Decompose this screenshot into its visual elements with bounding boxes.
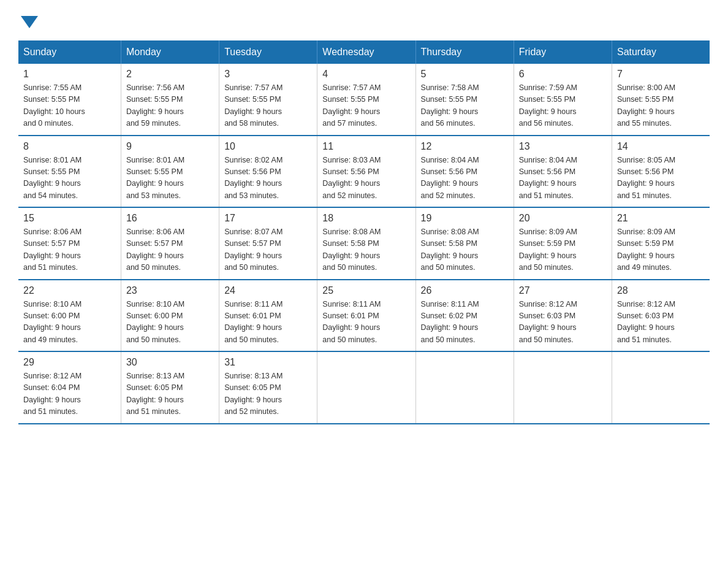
calendar-cell: 15 Sunrise: 8:06 AMSunset: 5:57 PMDaylig… [18, 207, 121, 280]
day-info: Sunrise: 8:01 AMSunset: 5:55 PMDaylight:… [126, 155, 214, 202]
day-number: 4 [322, 69, 410, 80]
day-info: Sunrise: 8:04 AMSunset: 5:56 PMDaylight:… [421, 155, 509, 202]
day-number: 18 [322, 213, 410, 224]
day-number: 31 [224, 357, 312, 368]
day-info: Sunrise: 8:06 AMSunset: 5:57 PMDaylight:… [23, 226, 116, 274]
day-number: 28 [617, 285, 705, 296]
day-info: Sunrise: 8:12 AMSunset: 6:03 PMDaylight:… [519, 299, 607, 347]
day-number: 30 [126, 357, 214, 368]
day-info: Sunrise: 8:07 AMSunset: 5:57 PMDaylight:… [224, 226, 312, 274]
header-day-thursday: Thursday [415, 40, 514, 64]
header-row: SundayMondayTuesdayWednesdayThursdayFrid… [18, 40, 710, 64]
calendar-cell [612, 351, 710, 424]
day-info: Sunrise: 7:58 AMSunset: 5:55 PMDaylight:… [421, 82, 509, 130]
logo-arrow-icon [21, 16, 38, 28]
day-number: 26 [421, 285, 509, 296]
calendar-cell: 23 Sunrise: 8:10 AMSunset: 6:00 PMDaylig… [121, 280, 219, 352]
day-info: Sunrise: 8:04 AMSunset: 5:56 PMDaylight:… [519, 155, 607, 202]
calendar-cell: 26 Sunrise: 8:11 AMSunset: 6:02 PMDaylig… [415, 280, 514, 352]
day-info: Sunrise: 8:10 AMSunset: 6:00 PMDaylight:… [23, 299, 116, 347]
calendar-cell: 4 Sunrise: 7:57 AMSunset: 5:55 PMDayligh… [317, 64, 415, 136]
header-day-tuesday: Tuesday [219, 40, 317, 64]
calendar-cell: 22 Sunrise: 8:10 AMSunset: 6:00 PMDaylig… [18, 280, 121, 352]
day-info: Sunrise: 8:11 AMSunset: 6:01 PMDaylight:… [224, 299, 312, 347]
day-info: Sunrise: 8:08 AMSunset: 5:58 PMDaylight:… [421, 226, 509, 274]
calendar-cell: 16 Sunrise: 8:06 AMSunset: 5:57 PMDaylig… [121, 207, 219, 280]
header-day-monday: Monday [121, 40, 219, 64]
day-number: 27 [519, 285, 607, 296]
day-number: 7 [617, 69, 705, 80]
calendar-cell: 27 Sunrise: 8:12 AMSunset: 6:03 PMDaylig… [514, 280, 612, 352]
day-number: 8 [23, 141, 116, 152]
day-info: Sunrise: 8:12 AMSunset: 6:03 PMDaylight:… [617, 299, 705, 347]
calendar-cell: 20 Sunrise: 8:09 AMSunset: 5:59 PMDaylig… [514, 207, 612, 280]
day-number: 22 [23, 285, 116, 296]
day-number: 6 [519, 69, 607, 80]
day-number: 17 [224, 213, 312, 224]
calendar-cell [514, 351, 612, 424]
day-number: 1 [23, 69, 116, 80]
calendar-cell: 25 Sunrise: 8:11 AMSunset: 6:01 PMDaylig… [317, 280, 415, 352]
day-info: Sunrise: 7:57 AMSunset: 5:55 PMDaylight:… [322, 82, 410, 130]
week-row-5: 29 Sunrise: 8:12 AMSunset: 6:04 PMDaylig… [18, 351, 710, 424]
day-info: Sunrise: 8:13 AMSunset: 6:05 PMDaylight:… [224, 370, 312, 418]
day-number: 21 [617, 213, 705, 224]
day-info: Sunrise: 8:03 AMSunset: 5:56 PMDaylight:… [322, 155, 410, 202]
day-number: 24 [224, 285, 312, 296]
calendar-cell: 1 Sunrise: 7:55 AMSunset: 5:55 PMDayligh… [18, 64, 121, 136]
calendar-cell: 8 Sunrise: 8:01 AMSunset: 5:55 PMDayligh… [18, 136, 121, 208]
day-info: Sunrise: 8:09 AMSunset: 5:59 PMDaylight:… [617, 226, 705, 274]
calendar-cell [317, 351, 415, 424]
header-day-saturday: Saturday [612, 40, 710, 64]
day-number: 23 [126, 285, 214, 296]
calendar-cell: 29 Sunrise: 8:12 AMSunset: 6:04 PMDaylig… [18, 351, 121, 424]
calendar-header: SundayMondayTuesdayWednesdayThursdayFrid… [18, 40, 710, 64]
day-number: 11 [322, 141, 410, 152]
day-info: Sunrise: 7:57 AMSunset: 5:55 PMDaylight:… [224, 82, 312, 130]
day-number: 12 [421, 141, 509, 152]
calendar-cell: 14 Sunrise: 8:05 AMSunset: 5:56 PMDaylig… [612, 136, 710, 208]
day-info: Sunrise: 8:05 AMSunset: 5:56 PMDaylight:… [617, 155, 705, 202]
day-number: 16 [126, 213, 214, 224]
calendar-cell: 12 Sunrise: 8:04 AMSunset: 5:56 PMDaylig… [415, 136, 514, 208]
day-number: 2 [126, 69, 214, 80]
day-number: 20 [519, 213, 607, 224]
calendar-cell: 19 Sunrise: 8:08 AMSunset: 5:58 PMDaylig… [415, 207, 514, 280]
day-number: 15 [23, 213, 116, 224]
calendar-cell: 3 Sunrise: 7:57 AMSunset: 5:55 PMDayligh… [219, 64, 317, 136]
day-number: 13 [519, 141, 607, 152]
day-number: 25 [322, 285, 410, 296]
calendar-cell: 6 Sunrise: 7:59 AMSunset: 5:55 PMDayligh… [514, 64, 612, 136]
day-info: Sunrise: 8:01 AMSunset: 5:55 PMDaylight:… [23, 155, 116, 202]
day-info: Sunrise: 8:09 AMSunset: 5:59 PMDaylight:… [519, 226, 607, 274]
day-number: 3 [224, 69, 312, 80]
day-info: Sunrise: 8:08 AMSunset: 5:58 PMDaylight:… [322, 226, 410, 274]
day-number: 19 [421, 213, 509, 224]
calendar-cell: 28 Sunrise: 8:12 AMSunset: 6:03 PMDaylig… [612, 280, 710, 352]
day-info: Sunrise: 8:13 AMSunset: 6:05 PMDaylight:… [126, 370, 214, 418]
calendar-cell: 10 Sunrise: 8:02 AMSunset: 5:56 PMDaylig… [219, 136, 317, 208]
day-info: Sunrise: 8:11 AMSunset: 6:01 PMDaylight:… [322, 299, 410, 347]
week-row-1: 1 Sunrise: 7:55 AMSunset: 5:55 PMDayligh… [18, 64, 710, 136]
calendar-cell: 2 Sunrise: 7:56 AMSunset: 5:55 PMDayligh… [121, 64, 219, 136]
day-info: Sunrise: 8:11 AMSunset: 6:02 PMDaylight:… [421, 299, 509, 347]
day-number: 10 [224, 141, 312, 152]
day-number: 9 [126, 141, 214, 152]
header-day-sunday: Sunday [18, 40, 121, 64]
calendar-cell: 7 Sunrise: 8:00 AMSunset: 5:55 PMDayligh… [612, 64, 710, 136]
day-number: 5 [421, 69, 509, 80]
day-info: Sunrise: 7:55 AMSunset: 5:55 PMDaylight:… [23, 82, 116, 130]
day-number: 29 [23, 357, 116, 368]
week-row-3: 15 Sunrise: 8:06 AMSunset: 5:57 PMDaylig… [18, 207, 710, 280]
calendar-cell: 18 Sunrise: 8:08 AMSunset: 5:58 PMDaylig… [317, 207, 415, 280]
calendar-cell: 31 Sunrise: 8:13 AMSunset: 6:05 PMDaylig… [219, 351, 317, 424]
day-info: Sunrise: 8:10 AMSunset: 6:00 PMDaylight:… [126, 299, 214, 347]
calendar-cell: 21 Sunrise: 8:09 AMSunset: 5:59 PMDaylig… [612, 207, 710, 280]
day-info: Sunrise: 8:06 AMSunset: 5:57 PMDaylight:… [126, 226, 214, 274]
day-info: Sunrise: 7:59 AMSunset: 5:55 PMDaylight:… [519, 82, 607, 130]
week-row-4: 22 Sunrise: 8:10 AMSunset: 6:00 PMDaylig… [18, 280, 710, 352]
header-day-wednesday: Wednesday [317, 40, 415, 64]
day-info: Sunrise: 8:12 AMSunset: 6:04 PMDaylight:… [23, 370, 116, 418]
calendar-cell: 11 Sunrise: 8:03 AMSunset: 5:56 PMDaylig… [317, 136, 415, 208]
day-info: Sunrise: 8:02 AMSunset: 5:56 PMDaylight:… [224, 155, 312, 202]
